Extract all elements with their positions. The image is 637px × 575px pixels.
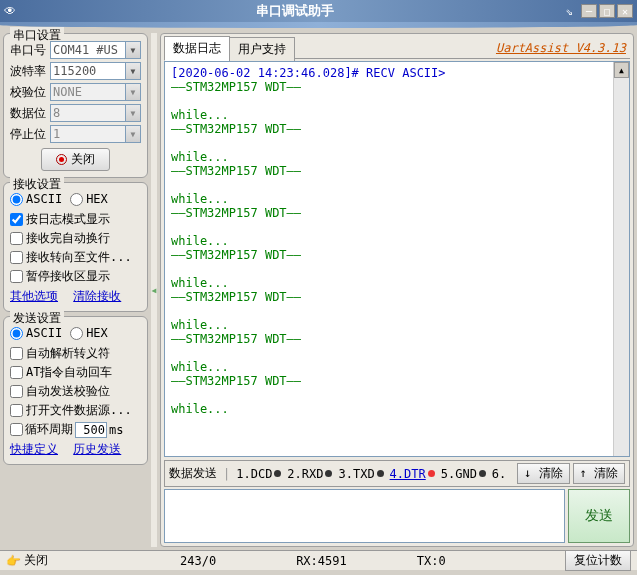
status-ready: 👉 关闭 — [6, 552, 48, 569]
dot-icon — [377, 470, 384, 477]
status-rx: RX:4591 — [288, 554, 355, 568]
log-line: while... — [171, 150, 623, 164]
txd-indicator[interactable]: 3.TXD — [338, 467, 383, 481]
dot-icon — [274, 470, 281, 477]
dcd-indicator[interactable]: 1.DCD — [236, 467, 281, 481]
recv-settings-group: 接收设置 ASCII HEX 按日志模式显示 接收完自动换行 接收转向至文件..… — [3, 182, 148, 312]
log-header: [2020-06-02 14:23:46.028]# RECV ASCII> — [171, 66, 623, 80]
chevron-down-icon[interactable]: ▼ — [125, 84, 140, 100]
dtr-indicator[interactable]: 4.DTR — [390, 467, 435, 481]
send-atcr-check[interactable]: AT指令自动回车 — [10, 364, 141, 381]
recv-ascii-radio[interactable]: ASCII — [10, 192, 62, 206]
dot-icon — [325, 470, 332, 477]
gnd-indicator[interactable]: 5.GND — [441, 467, 486, 481]
log-line: ——STM32MP157 WDT—— — [171, 290, 623, 304]
databits-label: 数据位 — [10, 105, 48, 122]
send-ascii-radio[interactable]: ASCII — [10, 326, 62, 340]
log-line: ——STM32MP157 WDT—— — [171, 374, 623, 388]
log-line: while... — [171, 360, 623, 374]
recv-clear-link[interactable]: 清除接收 — [73, 289, 121, 303]
send-input[interactable] — [164, 489, 565, 543]
recv-logmode-check[interactable]: 按日志模式显示 — [10, 211, 141, 228]
chevron-down-icon[interactable]: ▼ — [125, 105, 140, 121]
stopbits-label: 停止位 — [10, 126, 48, 143]
splitter-arrow-icon: ◀ — [152, 286, 157, 295]
tab-log[interactable]: 数据日志 — [164, 36, 230, 61]
send-button[interactable]: 发送 — [568, 489, 630, 543]
parity-combo[interactable]: NONE▼ — [50, 83, 141, 101]
cycle-label: 循环周期 — [25, 421, 73, 438]
send-settings-group: 发送设置 ASCII HEX 自动解析转义符 AT指令自动回车 自动发送校验位 … — [3, 316, 148, 465]
log-line: while... — [171, 192, 623, 206]
ind6-indicator[interactable]: 6. — [492, 467, 506, 481]
status-tx: TX:0 — [409, 554, 454, 568]
close-window-button[interactable]: ✕ — [617, 4, 633, 18]
pin-icon[interactable]: ⇘ — [566, 4, 573, 18]
statusbar: 👉 关闭 243/0 RX:4591 TX:0 复位计数 — [0, 550, 637, 570]
chevron-down-icon[interactable]: ▼ — [125, 63, 140, 79]
port-settings-group: 串口设置 串口号 COM41 #US▼ 波特率 115200▼ 校验位 NONE… — [3, 33, 148, 178]
recv-tofile-check[interactable]: 接收转向至文件... — [10, 249, 141, 266]
app-icon: 👁 — [4, 4, 24, 18]
log-line: while... — [171, 234, 623, 248]
dot-icon — [428, 470, 435, 477]
reset-count-button[interactable]: 复位计数 — [565, 550, 631, 571]
parity-label: 校验位 — [10, 84, 48, 101]
cycle-unit: ms — [109, 423, 123, 437]
scrollbar[interactable]: ▲ — [613, 62, 629, 456]
send-openfile-check[interactable]: 打开文件数据源... — [10, 402, 141, 419]
port-label: 串口号 — [10, 42, 48, 59]
recv-more-link[interactable]: 其他选项 — [10, 289, 58, 303]
chevron-down-icon[interactable]: ▼ — [125, 126, 140, 142]
send-header: 数据发送 | 1.DCD 2.RXD 3.TXD 4.DTR 5.GND 6. … — [164, 460, 630, 487]
log-line: ——STM32MP157 WDT—— — [171, 248, 623, 262]
version-link[interactable]: UartAssist V4.3.13 — [496, 41, 626, 55]
stopbits-combo[interactable]: 1▼ — [50, 125, 141, 143]
window-title: 串口调试助手 — [24, 2, 566, 20]
log-line: ——STM32MP157 WDT—— — [171, 164, 623, 178]
recv-pause-check[interactable]: 暂停接收区显示 — [10, 268, 141, 285]
titlebar-decoration — [0, 22, 637, 28]
splitter[interactable]: ◀ — [151, 33, 157, 547]
log-line: while... — [171, 276, 623, 290]
log-line: ——STM32MP157 WDT—— — [171, 332, 623, 346]
send-autocheck-check[interactable]: 自动发送校验位 — [10, 383, 141, 400]
connect-status-icon — [56, 154, 67, 165]
port-close-button[interactable]: 关闭 — [41, 148, 110, 171]
send-title: 数据发送 — [169, 465, 217, 482]
send-cycle-check[interactable] — [10, 423, 23, 436]
cycle-input[interactable] — [75, 422, 107, 438]
rxd-indicator[interactable]: 2.RXD — [287, 467, 332, 481]
send-hex-radio[interactable]: HEX — [70, 326, 108, 340]
ready-icon: 👉 — [6, 554, 21, 568]
recv-settings-title: 接收设置 — [10, 176, 64, 193]
scroll-up-icon[interactable]: ▲ — [614, 62, 629, 78]
log-line: ——STM32MP157 WDT—— — [171, 80, 623, 94]
recv-autowrap-check[interactable]: 接收完自动换行 — [10, 230, 141, 247]
send-escape-check[interactable]: 自动解析转义符 — [10, 345, 141, 362]
titlebar: 👁 串口调试助手 ⇘ ─ □ ✕ — [0, 0, 637, 22]
databits-combo[interactable]: 8▼ — [50, 104, 141, 122]
clear-down-button[interactable]: ↓ 清除 — [517, 463, 569, 484]
send-history-link[interactable]: 历史发送 — [73, 442, 121, 456]
log-line: ——STM32MP157 WDT—— — [171, 206, 623, 220]
maximize-button[interactable]: □ — [599, 4, 615, 18]
dot-icon — [479, 470, 486, 477]
recv-hex-radio[interactable]: HEX — [70, 192, 108, 206]
log-line: while... — [171, 318, 623, 332]
status-counts: 243/0 — [172, 554, 224, 568]
log-line: ——STM32MP157 WDT—— — [171, 122, 623, 136]
baud-label: 波特率 — [10, 63, 48, 80]
send-quick-link[interactable]: 快捷定义 — [10, 442, 58, 456]
send-settings-title: 发送设置 — [10, 310, 64, 327]
baud-combo[interactable]: 115200▼ — [50, 62, 141, 80]
log-line: while... — [171, 402, 623, 416]
tab-support[interactable]: 用户支持 — [229, 37, 295, 61]
log-line: while... — [171, 108, 623, 122]
tabs: 数据日志 用户支持 UartAssist V4.3.13 — [164, 37, 630, 59]
log-area[interactable]: [2020-06-02 14:23:46.028]# RECV ASCII> —… — [164, 61, 630, 457]
chevron-down-icon[interactable]: ▼ — [125, 42, 140, 58]
clear-up-button[interactable]: ↑ 清除 — [573, 463, 625, 484]
minimize-button[interactable]: ─ — [581, 4, 597, 18]
port-combo[interactable]: COM41 #US▼ — [50, 41, 141, 59]
